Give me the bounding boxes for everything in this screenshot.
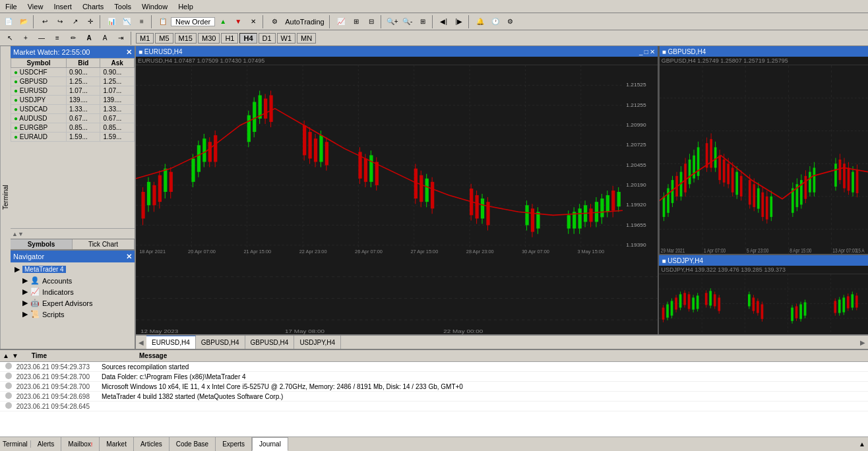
chart-tab-gbpusd1[interactable]: GBPUSD,H4	[196, 336, 245, 349]
nav-scripts[interactable]: ▶ 📜 Scripts	[12, 309, 133, 320]
menu-insert[interactable]: Insert	[48, 1, 77, 12]
draw-text2-btn[interactable]: A	[98, 31, 112, 45]
redo-btn[interactable]: ↪	[53, 15, 67, 29]
bottom-preview-chart[interactable]: 12 May 2023 17 May 08:00 22 May 00:00	[136, 255, 659, 334]
zoom-out-btn[interactable]: 🔍-	[400, 15, 415, 29]
chart-tab-eurusd[interactable]: EURUSD,H4	[146, 336, 196, 349]
svg-text:22 Apr 23:00: 22 Apr 23:00	[299, 249, 327, 255]
chart-tab-gbpusd2[interactable]: GBPUSD,H4	[245, 336, 295, 349]
buy-btn[interactable]: ▲	[216, 15, 230, 29]
eurusd-close[interactable]: ✕	[650, 48, 655, 55]
tab-alerts[interactable]: Alerts	[31, 437, 62, 451]
chart-type1[interactable]: 📊	[104, 15, 119, 29]
chart-type3[interactable]: ≡	[135, 15, 149, 29]
undo-btn[interactable]: ↩	[38, 15, 52, 29]
chart-tabs-scroll-right[interactable]: ▶	[857, 339, 868, 346]
periodicity-btn[interactable]: ⊟	[364, 15, 379, 29]
tab-tick-chart[interactable]: Tick Chart	[73, 239, 135, 249]
menu-window[interactable]: Window	[137, 1, 173, 12]
terminal-scroll-down[interactable]: ▼	[12, 352, 18, 359]
menu-tools[interactable]: Tools	[109, 1, 137, 12]
eurusd-maximize[interactable]: □	[644, 48, 648, 55]
mw-row-usdcad[interactable]: ● USDCAD 1.33...1.33...	[11, 105, 135, 114]
scroll-right-btn[interactable]: |▶	[452, 15, 466, 29]
row4-time: 2023.06.21 09:54:28.698	[16, 393, 90, 400]
draw-hline-btn[interactable]: ≡	[50, 31, 65, 45]
mw-row-audusd[interactable]: ● AUDUSD 0.67...0.67...	[11, 114, 135, 123]
nav-metatrader4[interactable]: ▶ MetaTrader 4	[12, 264, 133, 275]
row1-message: Sources recompilation started	[99, 362, 868, 372]
tab-symbols[interactable]: Symbols	[11, 239, 73, 249]
draw-arrow-btn[interactable]: ↖	[3, 31, 17, 45]
mw-row-euraud[interactable]: ● EURAUD 1.59...1.59...	[11, 133, 135, 142]
nav-indicators[interactable]: ▶ 📈 Indicators	[12, 286, 133, 297]
settings-btn[interactable]: ⚙	[503, 15, 518, 29]
indicator-btn[interactable]: 📈	[334, 15, 348, 29]
draw-arrow2-btn[interactable]: ⇥	[113, 31, 128, 45]
tab-market[interactable]: Market	[100, 437, 134, 451]
tpl-btn[interactable]: ⊞	[349, 15, 363, 29]
close-btn[interactable]: ✕	[246, 15, 261, 29]
autotrading-label[interactable]: AutoTrading	[282, 18, 327, 26]
alert-btn[interactable]: 🔔	[473, 15, 487, 29]
fit-btn[interactable]: ⊞	[416, 15, 430, 29]
tab-experts[interactable]: Experts	[216, 437, 252, 451]
new-order-btn[interactable]: 📋	[156, 15, 170, 29]
menu-view[interactable]: View	[22, 1, 49, 12]
draw-line-btn[interactable]: —	[34, 31, 49, 45]
chart-tabs-scroll-left[interactable]: ◀	[136, 339, 146, 346]
mw-row-eurusd[interactable]: ● EURUSD 1.07...1.07...	[11, 86, 135, 96]
tf-m5[interactable]: M5	[155, 33, 173, 44]
eurusd-minimize[interactable]: _	[639, 48, 643, 55]
tf-mn[interactable]: MN	[297, 33, 316, 44]
gbpusd-chart-content[interactable]: 29 Mar 2021 1 Apr 07:00 5 Apr 23:00 8 Ap…	[660, 65, 868, 254]
gbpusd-chart-info: GBPUSD,H4 1.25749 1.25807 1.25719 1.2579…	[660, 57, 868, 65]
nav-accounts[interactable]: ▶ 👤 Accounts	[12, 275, 133, 286]
gbpusd-svg: 29 Mar 2021 1 Apr 07:00 5 Apr 23:00 8 Ap…	[660, 65, 868, 254]
autotrading-icon[interactable]: ⚙	[267, 15, 282, 29]
scroll-left-btn[interactable]: ◀|	[437, 15, 451, 29]
tf-m30[interactable]: M30	[198, 33, 220, 44]
open-button[interactable]: 📂	[16, 15, 31, 29]
svg-text:1.21255: 1.21255	[626, 102, 646, 108]
tab-articles[interactable]: Articles	[134, 437, 170, 451]
terminal-up-btn[interactable]: ▲	[856, 440, 868, 448]
menu-file[interactable]: File	[0, 1, 22, 12]
mw-row-gbpusd[interactable]: ● GBPUSD 1.25...1.25...	[11, 77, 135, 86]
sep-draw	[131, 32, 133, 45]
terminal-scroll-up[interactable]: ▲	[3, 352, 9, 359]
menu-help[interactable]: Help	[173, 1, 199, 12]
crosshair-btn[interactable]: ✛	[83, 15, 98, 29]
terminal-row-5: 2023.06.21 09:54:28.645	[0, 402, 868, 411]
chart-tab-usdjpy[interactable]: USDJPY,H4	[294, 336, 341, 349]
arrow-btn[interactable]: ↗	[68, 15, 82, 29]
draw-plus-btn[interactable]: +	[18, 31, 33, 45]
chart-type2[interactable]: 📉	[119, 15, 134, 29]
tab-code-base[interactable]: Code Base	[170, 437, 216, 451]
navigator-close[interactable]: ✕	[126, 253, 132, 261]
tab-mailbox[interactable]: Mailbox !	[61, 437, 100, 451]
tf-w1[interactable]: W1	[277, 33, 296, 44]
nav-expert-advisors[interactable]: ▶ 🤖 Expert Advisors	[12, 297, 133, 309]
tf-d1[interactable]: D1	[259, 33, 276, 44]
zoom-in-btn[interactable]: 🔍+	[385, 15, 400, 29]
usdjpy-content[interactable]	[659, 274, 868, 334]
menu-charts[interactable]: Charts	[77, 1, 109, 12]
new-order-label[interactable]: New Order	[171, 17, 215, 26]
new-button[interactable]: 📄	[1, 15, 16, 29]
tab-journal[interactable]: Journal	[252, 437, 288, 451]
market-watch-close[interactable]: ✕	[126, 48, 132, 57]
tf-m1[interactable]: M1	[136, 33, 154, 44]
sell-btn[interactable]: ▼	[231, 15, 245, 29]
eurusd-chart-content[interactable]: 1.21525 1.21255 1.20990 1.20725 1.20455 …	[136, 65, 658, 255]
tf-h1[interactable]: H1	[221, 33, 238, 44]
tf-m15[interactable]: M15	[175, 33, 197, 44]
draw-text-btn[interactable]: A	[82, 31, 96, 45]
draw-pen-btn[interactable]: ✏	[66, 31, 80, 45]
clock-btn[interactable]: 🕐	[488, 15, 503, 29]
mw-row-eurgbp[interactable]: ● EURGBP 0.85...0.85...	[11, 123, 135, 133]
svg-text:1.20725: 1.20725	[626, 142, 646, 148]
mw-row-usdjpy[interactable]: ● USDJPY 139....139....	[11, 96, 135, 105]
mw-row-usdchf[interactable]: ● USDCHF 0.90...0.90...	[11, 68, 135, 77]
tf-h4[interactable]: H4	[239, 33, 257, 44]
